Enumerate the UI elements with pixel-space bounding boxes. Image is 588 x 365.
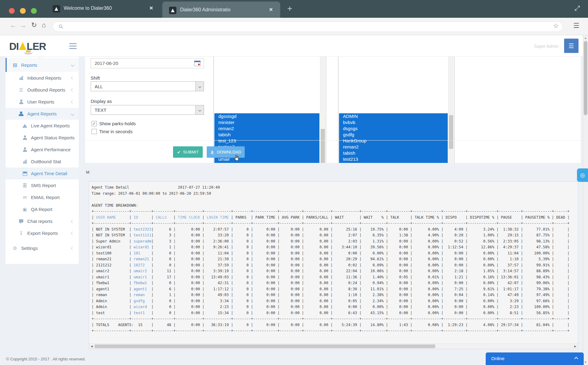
fullscreen-icon[interactable]: ⤢ bbox=[575, 4, 580, 12]
user-role-label: Super Admin bbox=[534, 44, 559, 49]
list-option[interactable]: dgssisgd bbox=[214, 113, 319, 119]
sidebar-toggle-icon[interactable] bbox=[69, 43, 77, 51]
sidebar: ▤ReportsInbound Reports☰OutBound Reports… bbox=[6, 57, 79, 264]
sidebar-item-outbound-stat[interactable]: OutBound Stat bbox=[6, 156, 79, 167]
sidebar-item-label: Settings bbox=[21, 246, 38, 251]
chevron-left-icon bbox=[71, 220, 74, 223]
close-window-button[interactable] bbox=[9, 8, 15, 14]
select-arrow-icon[interactable] bbox=[195, 82, 204, 91]
calendar-picker-icon[interactable] bbox=[194, 61, 201, 66]
list-option[interactable]: ADMIN bbox=[339, 113, 448, 119]
scrollbar-thumb[interactable] bbox=[321, 129, 325, 163]
check-icon: ✔ bbox=[177, 150, 180, 155]
close-tab-icon[interactable]: ✕ bbox=[269, 7, 273, 13]
shift-select[interactable]: ALL bbox=[91, 81, 204, 91]
sidebar-item-label: Export Reports bbox=[27, 231, 58, 236]
bookmark-star-icon[interactable]: ☆ bbox=[553, 22, 559, 29]
list-option[interactable]: vffvfvfv bbox=[214, 162, 319, 163]
reload-icon[interactable]: ↻ bbox=[31, 21, 37, 29]
sidebar-item-label: EMAIL Report bbox=[31, 195, 60, 200]
list-option[interactable]: tabish bbox=[214, 132, 319, 138]
list-option[interactable]: test_123 bbox=[214, 138, 319, 144]
page-scrollbar[interactable]: ▲ ▼ bbox=[583, 35, 588, 365]
bar-chart-icon bbox=[18, 76, 24, 81]
list-option[interactable]: minister bbox=[214, 119, 319, 126]
mouse-cursor bbox=[233, 154, 241, 162]
url-bar[interactable] bbox=[53, 21, 563, 32]
scroll-down-icon[interactable]: ▼ bbox=[583, 361, 588, 364]
download-icon: ↧ bbox=[18, 231, 24, 236]
scrollbar-thumb[interactable] bbox=[95, 344, 435, 348]
person-icon bbox=[22, 135, 28, 140]
header-menu-button[interactable]: ☰ bbox=[564, 39, 579, 53]
show-parks-holds-row: ✓ Show parks-holds bbox=[92, 121, 136, 126]
divider bbox=[85, 140, 581, 141]
list-option[interactable]: bvbvb bbox=[339, 119, 448, 126]
chevron-left-icon bbox=[71, 100, 74, 103]
agent-time-detail-report: Agent Time Detail 2017-07-27 11:20:49 Ti… bbox=[89, 181, 578, 349]
sidebar-item-chat-reports[interactable]: Chat reports bbox=[6, 215, 79, 227]
time-in-seconds-checkbox[interactable] bbox=[92, 129, 97, 134]
sidebar-item-settings[interactable]: ⚙Settings bbox=[6, 242, 79, 254]
sidebar-item-user-reports[interactable]: User Reports bbox=[6, 96, 79, 108]
sidebar-item-label: SMS Report bbox=[31, 183, 56, 188]
sidebar-item-label: Agent Time Detail bbox=[31, 171, 67, 176]
listbox-scrollbar[interactable]: ▼ bbox=[320, 57, 325, 163]
sidebar-item-email-report[interactable]: ✉EMAIL Report bbox=[6, 191, 79, 203]
sidebar-item-qa-report[interactable]: ▣QA Report bbox=[6, 203, 79, 215]
support-widget-button[interactable]: ◎ bbox=[577, 168, 588, 182]
home-icon[interactable]: ⌂ bbox=[42, 21, 46, 29]
close-tab-icon[interactable]: ✕ bbox=[149, 5, 153, 11]
time-in-seconds-label: Time in seconds bbox=[99, 129, 133, 134]
date-input[interactable] bbox=[91, 58, 204, 68]
sidebar-item-agent-time-detail[interactable]: Agent Time Detail bbox=[6, 167, 79, 179]
sidebar-item-inbound-reports[interactable]: Inbound Reports bbox=[6, 72, 79, 84]
search-icon bbox=[58, 24, 63, 29]
report-section-label: M bbox=[86, 170, 89, 175]
minimize-window-button[interactable] bbox=[20, 8, 26, 14]
forward-icon[interactable]: → bbox=[20, 21, 26, 29]
submit-button[interactable]: ✔SUBMIT bbox=[173, 146, 203, 158]
sidebar-item-outbound-reports[interactable]: ☰OutBound Reports bbox=[6, 84, 79, 96]
scroll-right-icon[interactable]: ▶ bbox=[573, 344, 578, 349]
sidebar-item-export-reports[interactable]: ↧Export Reports bbox=[6, 227, 79, 239]
display-as-select[interactable]: TEXT bbox=[91, 105, 204, 115]
list-option[interactable]: umair bbox=[339, 162, 448, 163]
groups-multiselect[interactable]: ADMINbvbvbdsgsgsgsdfgHankGroupreman2tabi… bbox=[338, 57, 454, 163]
tab-administration[interactable]: Dialer360 Administratio ✕ bbox=[162, 2, 280, 18]
sidebar-item-reports[interactable]: ▤Reports bbox=[6, 58, 79, 72]
report-horizontal-scrollbar[interactable]: ◀ ▶ bbox=[89, 344, 578, 349]
list-option[interactable]: reman2 bbox=[339, 144, 448, 150]
list-option[interactable]: dsgsgs bbox=[339, 126, 448, 132]
copyright-text: © Copyright 2015 - 2017 . All rights res… bbox=[6, 357, 86, 361]
sidebar-item-label: Inbound Reports bbox=[27, 75, 61, 81]
back-icon[interactable]: ← bbox=[10, 21, 17, 29]
person-icon bbox=[18, 100, 24, 104]
logo-text: DI bbox=[9, 41, 19, 51]
logo-triangle-icon bbox=[19, 42, 26, 50]
list-option[interactable]: reman2 bbox=[214, 126, 319, 132]
select-arrow-icon[interactable] bbox=[195, 105, 204, 115]
show-parks-holds-checkbox[interactable]: ✓ bbox=[92, 121, 97, 126]
list-option[interactable]: HankGroup bbox=[339, 138, 448, 144]
area-chart-icon bbox=[22, 123, 28, 128]
screen: Welcome to Dialer360 ✕ Dialer360 Adminis… bbox=[0, 0, 588, 365]
scroll-left-icon[interactable]: ◀ bbox=[89, 344, 94, 349]
listbox-scrollbar[interactable]: ▼ bbox=[448, 57, 454, 163]
sidebar-item-live-agent-reports[interactable]: Live Agent Reports bbox=[6, 120, 79, 132]
scrollbar-thumb[interactable] bbox=[449, 115, 453, 149]
list-option[interactable]: tabish bbox=[339, 150, 448, 156]
sidebar-item-agent-status-reports[interactable]: Agent Status Reports bbox=[6, 132, 79, 144]
maximize-window-button[interactable] bbox=[31, 8, 37, 14]
list-option[interactable]: gsdfg bbox=[339, 132, 448, 138]
scrollbar-thumb[interactable] bbox=[584, 41, 587, 115]
chevron-left-icon bbox=[71, 231, 74, 235]
browser-menu-icon[interactable]: ☰ bbox=[573, 22, 579, 30]
chat-status-widget[interactable]: Online bbox=[486, 352, 584, 365]
sidebar-item-agent-reports[interactable]: Agent Reports bbox=[6, 108, 79, 120]
new-tab-button[interactable]: + bbox=[287, 4, 292, 13]
sidebar-item-sms-report[interactable]: SMS Report bbox=[6, 179, 79, 191]
list-option[interactable]: test213 bbox=[339, 156, 448, 162]
sidebar-item-agent-performance[interactable]: Agent Performance bbox=[6, 144, 79, 156]
scroll-up-icon[interactable]: ▲ bbox=[583, 36, 588, 40]
